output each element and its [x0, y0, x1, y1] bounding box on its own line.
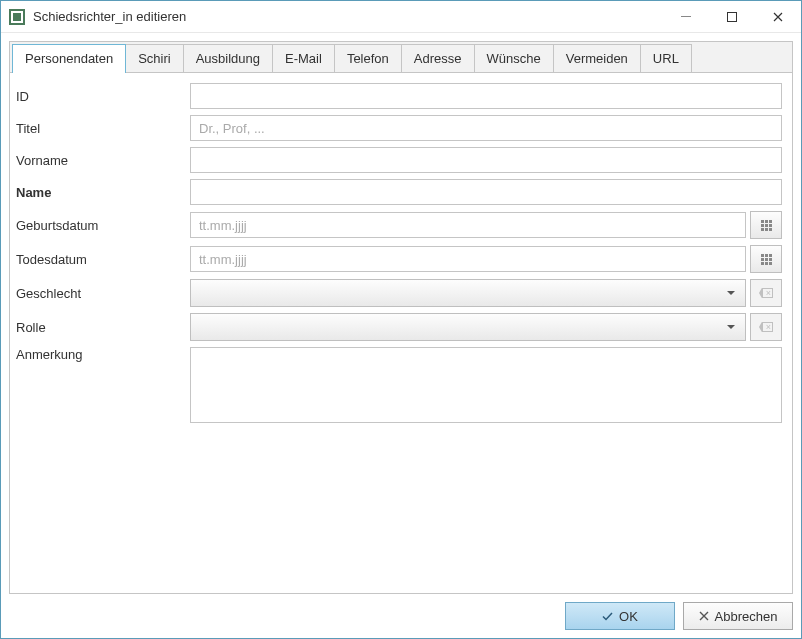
- name-label: Name: [10, 185, 190, 200]
- titlebar: Schiedsrichter_in editieren: [1, 1, 801, 33]
- tab-content: ID Titel Vorname Name Geburtsdatum: [9, 72, 793, 594]
- tab-schiri[interactable]: Schiri: [125, 44, 184, 72]
- anmerkung-label: Anmerkung: [10, 347, 190, 362]
- tab-label: Vermeiden: [566, 51, 628, 66]
- todesdatum-field[interactable]: [190, 246, 746, 272]
- ok-button[interactable]: OK: [565, 602, 675, 630]
- tab-email[interactable]: E-Mail: [272, 44, 335, 72]
- tab-strip: Personendaten Schiri Ausbildung E-Mail T…: [9, 41, 793, 72]
- tab-label: E-Mail: [285, 51, 322, 66]
- tab-label: URL: [653, 51, 679, 66]
- tab-personendaten[interactable]: Personendaten: [12, 44, 126, 73]
- tab-label: Personendaten: [25, 51, 113, 66]
- chevron-down-icon: [727, 291, 735, 295]
- cancel-label: Abbrechen: [715, 609, 778, 624]
- cross-icon: [699, 611, 709, 621]
- clear-icon: [759, 322, 773, 332]
- window-title: Schiedsrichter_in editieren: [33, 9, 663, 24]
- tab-label: Ausbildung: [196, 51, 260, 66]
- maximize-button[interactable]: [709, 1, 755, 32]
- tab-vermeiden[interactable]: Vermeiden: [553, 44, 641, 72]
- calendar-icon: [761, 254, 772, 265]
- ok-label: OK: [619, 609, 638, 624]
- clear-icon: [759, 288, 773, 298]
- chevron-down-icon: [727, 325, 735, 329]
- geburtsdatum-field[interactable]: [190, 212, 746, 238]
- geschlecht-select[interactable]: [190, 279, 746, 307]
- id-field[interactable]: [190, 83, 782, 109]
- titel-label: Titel: [10, 121, 190, 136]
- button-bar: OK Abbrechen: [9, 594, 793, 630]
- tab-url[interactable]: URL: [640, 44, 692, 72]
- tab-label: Schiri: [138, 51, 171, 66]
- minimize-button[interactable]: [663, 1, 709, 32]
- vorname-field[interactable]: [190, 147, 782, 173]
- svg-rect-1: [728, 12, 737, 21]
- geburtsdatum-calendar-button[interactable]: [750, 211, 782, 239]
- tab-wuensche[interactable]: Wünsche: [474, 44, 554, 72]
- name-field[interactable]: [190, 179, 782, 205]
- app-icon: [9, 9, 25, 25]
- tab-label: Adresse: [414, 51, 462, 66]
- rolle-select[interactable]: [190, 313, 746, 341]
- geschlecht-label: Geschlecht: [10, 286, 190, 301]
- svg-rect-0: [681, 16, 691, 17]
- tab-telefon[interactable]: Telefon: [334, 44, 402, 72]
- rolle-clear-button[interactable]: [750, 313, 782, 341]
- titel-field[interactable]: [190, 115, 782, 141]
- close-button[interactable]: [755, 1, 801, 32]
- tab-label: Wünsche: [487, 51, 541, 66]
- calendar-icon: [761, 220, 772, 231]
- check-icon: [602, 611, 613, 622]
- id-label: ID: [10, 89, 190, 104]
- rolle-label: Rolle: [10, 320, 190, 335]
- tab-label: Telefon: [347, 51, 389, 66]
- anmerkung-field[interactable]: [190, 347, 782, 423]
- geburtsdatum-label: Geburtsdatum: [10, 218, 190, 233]
- vorname-label: Vorname: [10, 153, 190, 168]
- tab-adresse[interactable]: Adresse: [401, 44, 475, 72]
- tab-ausbildung[interactable]: Ausbildung: [183, 44, 273, 72]
- todesdatum-calendar-button[interactable]: [750, 245, 782, 273]
- todesdatum-label: Todesdatum: [10, 252, 190, 267]
- geschlecht-clear-button[interactable]: [750, 279, 782, 307]
- cancel-button[interactable]: Abbrechen: [683, 602, 793, 630]
